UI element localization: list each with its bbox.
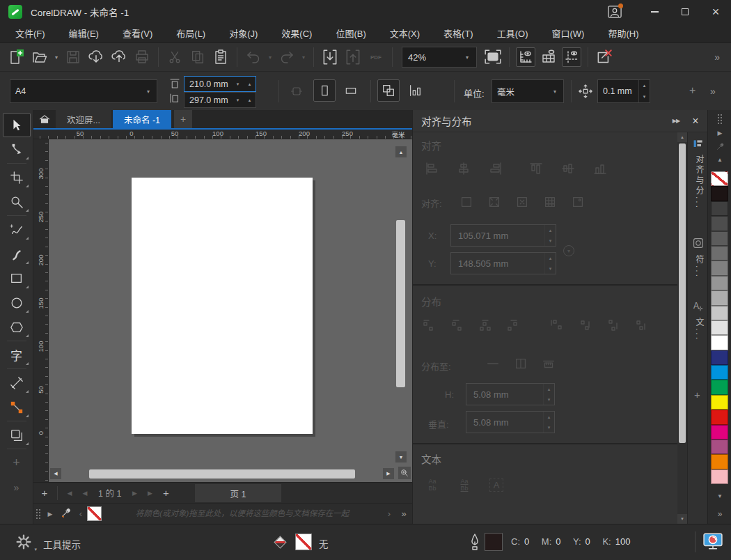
spin-down-icon[interactable]: ▾ [639, 91, 650, 102]
full-screen-preview-button[interactable] [483, 47, 503, 67]
menu-bitmaps[interactable]: 位图(B) [336, 26, 366, 40]
interactive-tool[interactable] [3, 423, 31, 447]
distribute-v-field[interactable]: 5.08 mm ▴▾ [466, 411, 555, 433]
page-1-tab[interactable]: 页 1 [195, 484, 281, 502]
spin-up-icon[interactable]: ▴ [545, 253, 556, 263]
autofit-page-button[interactable] [285, 80, 308, 102]
menu-help[interactable]: 帮助(H) [608, 26, 638, 40]
spin-down-icon[interactable]: ▾ [544, 422, 554, 433]
palette-swatch-gray-90[interactable] [711, 201, 728, 216]
align-center-h-button[interactable] [454, 159, 473, 178]
drawing-canvas[interactable]: ▲ ▼ ◀ ▶ [49, 139, 412, 482]
tab-untitled-1[interactable]: 未命名 -1 [113, 110, 171, 128]
scroll-colors-right-button[interactable]: › [383, 508, 395, 519]
spin-up-icon[interactable]: ▴ [639, 80, 650, 91]
first-page-button[interactable]: ◀ [62, 490, 77, 497]
align-x-field[interactable]: 105.071 mm ▴▾ [450, 224, 556, 247]
open-dropdown-caret[interactable]: ▾ [53, 54, 60, 61]
menu-object[interactable]: 对象(J) [229, 26, 258, 40]
distribute-bottom-button[interactable] [631, 316, 650, 336]
fill-color-swatch[interactable] [295, 534, 312, 550]
align-to-grid-button[interactable] [540, 192, 560, 212]
propbar-overflow-button[interactable]: » [710, 86, 716, 97]
distribute-spacing-h-button[interactable] [475, 316, 495, 336]
palette-swatch-white[interactable] [711, 335, 728, 350]
align-right-button[interactable] [486, 159, 505, 178]
align-center-v-button[interactable] [558, 159, 578, 178]
account-icon[interactable] [603, 0, 627, 24]
paste-button[interactable] [211, 47, 230, 67]
new-document-button[interactable] [7, 47, 26, 67]
align-bottom-button[interactable] [590, 159, 610, 178]
units-select[interactable]: 毫米 ▾ [492, 79, 564, 103]
spin-up-icon[interactable]: ▴ [244, 77, 256, 91]
menu-table[interactable]: 表格(T) [443, 26, 473, 40]
all-pages-button[interactable] [377, 79, 400, 102]
document-page[interactable] [132, 178, 313, 434]
distribute-to-spacing-button[interactable] [539, 354, 558, 373]
undo-button[interactable] [244, 47, 263, 67]
spin-down-icon[interactable]: ▾ [545, 263, 556, 274]
align-to-active-object-button[interactable] [457, 192, 476, 212]
publish-pdf-button[interactable]: PDF [366, 47, 386, 67]
spin-down-icon[interactable]: ▾ [232, 77, 244, 91]
home-tab-button[interactable] [33, 110, 56, 128]
distribute-h-field[interactable]: 5.08 mm ▴▾ [466, 383, 555, 405]
palette-swatch-none[interactable] [711, 171, 728, 186]
palette-drag-handle[interactable] [36, 508, 40, 520]
palette-eyedropper-icon[interactable] [708, 139, 731, 154]
nudge-spinner[interactable]: ▴▾ [638, 80, 650, 102]
eyedropper-icon[interactable] [58, 507, 74, 520]
freehand-tool[interactable] [3, 217, 31, 242]
nudge-offset-field[interactable]: 0.1 mm ▴▾ [597, 79, 650, 103]
welcome-screen-button[interactable] [595, 47, 614, 67]
hscroll-left-button[interactable]: ◀ [50, 468, 61, 479]
rectangle-tool[interactable] [3, 266, 31, 290]
distribute-to-page-button[interactable] [511, 354, 530, 373]
export-button[interactable] [343, 47, 363, 67]
propbar-add-button[interactable]: + [689, 84, 695, 97]
dimension-tool[interactable] [3, 371, 31, 395]
distribute-left-button[interactable] [420, 316, 439, 336]
menu-text[interactable]: 文本(X) [390, 26, 420, 40]
document-palette-overflow-button[interactable]: » [395, 508, 412, 519]
polygon-tool[interactable] [3, 315, 31, 339]
distribute-top-button[interactable] [547, 316, 567, 336]
vscroll-up-button[interactable]: ▲ [395, 146, 407, 157]
page-width-field[interactable]: 210.0 mm ▾▴ [184, 76, 256, 92]
distribute-to-extent-button[interactable] [483, 354, 503, 373]
spin-up-icon[interactable]: ▴ [544, 412, 554, 422]
align-y-field[interactable]: 148.505 mm ▴▾ [450, 252, 556, 274]
page-width-spinner[interactable]: ▾▴ [232, 77, 256, 91]
palette-swatch-yellow[interactable] [711, 395, 728, 410]
open-button[interactable] [30, 47, 49, 67]
print-button[interactable] [132, 47, 152, 67]
align-top-button[interactable] [526, 159, 546, 178]
docker-float-button[interactable]: ▶▶ [667, 118, 685, 124]
spin-down-icon[interactable]: ▾ [544, 394, 554, 405]
last-page-button[interactable]: ▶ [142, 490, 157, 497]
add-page-button-2[interactable]: + [157, 487, 174, 499]
page-size-select[interactable]: A4 ▾ [10, 79, 157, 103]
add-page-button[interactable]: + [36, 487, 53, 499]
text-tool[interactable]: 字 [3, 343, 31, 367]
palette-swatch-gray-70[interactable] [711, 231, 728, 246]
palette-swatch-red[interactable] [711, 410, 728, 424]
outline-color-swatch[interactable] [485, 533, 503, 551]
zoom-level-combobox[interactable]: 42% ▾ [402, 47, 477, 68]
docker-close-button[interactable]: × [685, 115, 706, 127]
palette-swatch-cyan-blue[interactable] [711, 365, 728, 380]
pick-tool[interactable] [3, 113, 31, 137]
palette-swatch-gray-20[interactable] [711, 306, 728, 320]
close-button[interactable]: × [700, 0, 731, 24]
distribute-center-v-button[interactable] [575, 316, 595, 336]
palette-scroll-up-button[interactable]: ▲ [708, 154, 731, 165]
maximize-button[interactable] [670, 0, 700, 24]
toolbox-overflow-button[interactable]: » [3, 475, 31, 499]
shape-tool[interactable] [3, 137, 31, 162]
palette-flyout-button[interactable]: ▶ [708, 127, 731, 139]
docker-tab-align-distribute[interactable]: 对齐与分... [693, 155, 705, 210]
add-tools-button[interactable]: + [3, 451, 31, 475]
docker-scroll-down-button[interactable]: ▼ [677, 514, 687, 524]
redo-dropdown-caret[interactable]: ▾ [300, 54, 307, 61]
